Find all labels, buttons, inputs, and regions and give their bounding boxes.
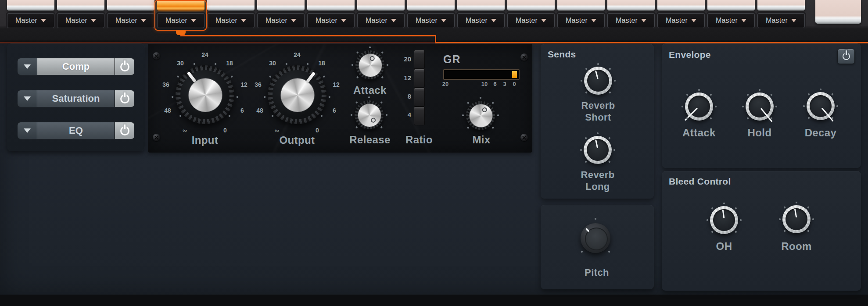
bleed-oh-label: OH <box>702 240 746 253</box>
drum-pad[interactable] <box>207 0 255 11</box>
drum-pad[interactable] <box>657 0 705 11</box>
envelope-title: Envelope <box>669 50 711 60</box>
bleed-control-title: Bleed Control <box>669 176 731 187</box>
drum-pad[interactable] <box>257 0 305 11</box>
fx-power-button[interactable] <box>115 122 134 139</box>
envelope-power-button[interactable] <box>837 49 855 64</box>
drum-pad[interactable] <box>607 0 655 11</box>
channel-column: Master <box>457 0 505 42</box>
chevron-down-icon <box>741 19 746 22</box>
ratio-value: 12 <box>398 74 411 82</box>
drum-pad[interactable] <box>507 0 555 11</box>
output-label: Output <box>275 134 319 146</box>
release-knob[interactable] <box>355 100 384 129</box>
drum-pad[interactable] <box>757 0 805 11</box>
envelope-decay-knob[interactable] <box>807 92 835 120</box>
output-routing-dropdown[interactable]: Master <box>707 13 755 28</box>
fx-slot-name[interactable]: Comp <box>37 58 115 75</box>
drum-pad[interactable] <box>557 0 605 11</box>
output-routing-dropdown[interactable]: Master <box>307 13 355 28</box>
mix-knob[interactable] <box>466 101 495 130</box>
drum-pad[interactable] <box>707 0 755 11</box>
fx-power-button[interactable] <box>115 90 134 107</box>
sends-title: Sends <box>548 49 576 60</box>
drum-pad[interactable] <box>307 0 355 11</box>
chevron-down-icon <box>341 19 346 22</box>
envelope-panel: Envelope Attack Hold Decay <box>662 43 861 168</box>
ratio-value: 20 <box>398 55 411 63</box>
reverb-short-knob[interactable] <box>584 67 612 95</box>
output-knob[interactable]: 24 18 12 6 0 ∞ 48 36 30 <box>268 65 326 124</box>
output-routing-dropdown[interactable]: Master <box>657 13 705 28</box>
fx-select-button[interactable] <box>18 122 37 139</box>
ratio-segment-4[interactable] <box>414 107 425 125</box>
output-routing-dropdown[interactable]: Master <box>257 13 305 28</box>
power-icon <box>120 62 129 71</box>
envelope-attack-knob[interactable] <box>685 93 713 121</box>
pitch-panel: Pitch <box>541 205 654 289</box>
channel-column: Master <box>507 0 555 42</box>
drum-pad-selected[interactable] <box>157 0 204 11</box>
channel-column: Master <box>57 0 104 42</box>
ratio-label: Ratio <box>397 134 441 146</box>
output-routing-dropdown[interactable]: Master <box>607 13 655 28</box>
chevron-down-icon <box>24 96 31 101</box>
bleed-room-knob[interactable] <box>782 205 811 233</box>
chevron-down-icon <box>141 19 146 22</box>
pitch-knob[interactable] <box>581 223 610 253</box>
fx-slot-name[interactable]: EQ <box>37 122 115 139</box>
chevron-down-icon <box>641 19 646 22</box>
channel-column: Master <box>107 0 154 42</box>
fx-slot-name[interactable]: Saturation <box>37 90 115 107</box>
drum-pad[interactable] <box>7 0 54 11</box>
ratio-segment-8[interactable] <box>414 88 425 107</box>
output-routing-dropdown[interactable]: Master <box>7 13 54 28</box>
selection-wire <box>180 35 436 36</box>
envelope-hold-label: Hold <box>738 127 782 139</box>
fx-select-button[interactable] <box>18 90 37 107</box>
output-routing-dropdown[interactable]: Master <box>157 13 204 28</box>
output-routing-dropdown[interactable]: Master <box>207 13 255 28</box>
input-knob[interactable]: 24 18 12 6 0 ∞ 48 36 30 <box>176 65 234 124</box>
master-pad[interactable] <box>815 0 861 24</box>
fx-slot-eq: EQ <box>18 122 134 139</box>
reverb-long-knob[interactable] <box>584 136 612 164</box>
screw-icon <box>153 52 160 60</box>
envelope-hold-knob[interactable] <box>746 93 774 121</box>
output-routing-dropdown[interactable]: Master <box>107 13 154 28</box>
bleed-oh-knob[interactable] <box>710 206 738 234</box>
drum-pad[interactable] <box>357 0 405 11</box>
chevron-down-icon <box>541 19 546 22</box>
power-icon <box>120 94 129 103</box>
screw-icon <box>520 134 528 141</box>
drum-pad[interactable] <box>407 0 455 11</box>
output-routing-dropdown[interactable]: Master <box>757 13 805 28</box>
attack-knob[interactable] <box>355 50 384 79</box>
knob-face <box>469 104 493 128</box>
compressor-plate: 24 18 12 6 0 ∞ 48 36 30 Input 24 18 12 6… <box>148 44 532 153</box>
knob-face <box>358 103 381 127</box>
chevron-down-icon <box>24 64 31 69</box>
attack-label: Attack <box>348 84 392 96</box>
output-routing-dropdown[interactable]: Master <box>457 13 505 28</box>
knob-face <box>786 208 807 230</box>
fx-slot-comp: Comp <box>18 58 134 75</box>
drum-pad[interactable] <box>57 0 104 11</box>
output-routing-dropdown[interactable]: Master <box>507 13 555 28</box>
fx-select-button[interactable] <box>18 58 37 75</box>
knob-face <box>713 209 735 231</box>
output-routing-dropdown[interactable]: Master <box>57 13 104 28</box>
drum-pad[interactable] <box>107 0 154 11</box>
output-routing-dropdown[interactable]: Master <box>357 13 405 28</box>
fx-power-button[interactable] <box>115 58 134 75</box>
ratio-segment-12[interactable] <box>414 69 425 88</box>
ratio-segment-20[interactable] <box>414 50 425 69</box>
channel-column: Master <box>657 0 705 42</box>
knob-face <box>188 78 222 112</box>
output-routing-dropdown[interactable]: Master <box>407 13 455 28</box>
drum-pad[interactable] <box>457 0 505 11</box>
output-routing-dropdown[interactable]: Master <box>557 13 605 28</box>
chevron-down-icon <box>24 128 31 133</box>
mix-label: Mix <box>459 134 503 146</box>
chevron-down-icon <box>691 19 696 22</box>
